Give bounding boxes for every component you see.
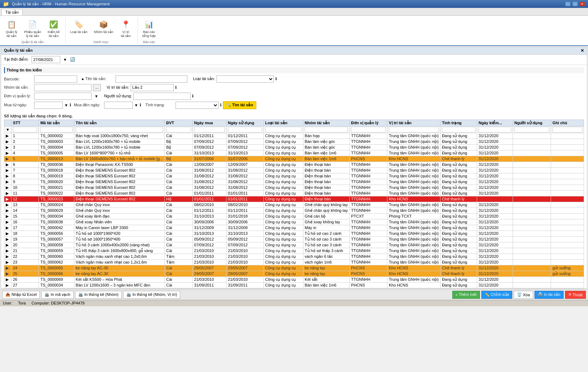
- table-row[interactable]: ▶21TS_0000059Tủ HS thấp 3 cánh 1600x800x…: [4, 248, 584, 254]
- filter-tinh-trang[interactable]: [440, 126, 477, 133]
- col-header-donvi[interactable]: Đơn vị quản lý: [349, 120, 387, 126]
- filter-ghi-chu[interactable]: [551, 126, 584, 133]
- mua-tu-cal[interactable]: ▼: [64, 103, 68, 107]
- cell-ten: Điện thoại SIEMENS Euroset 802: [74, 185, 164, 190]
- table-row[interactable]: ▶2TS_0000003Bàn LVL 1200x1600x780 + tủ m…: [4, 139, 584, 144]
- asset-ticket-btn[interactable]: 📄 Phiếu quảnlý tài sản: [22, 17, 44, 39]
- table-row[interactable]: ▶17TS_0000042Máy in Canon laser LBP 3300…: [4, 225, 584, 231]
- mua-den-input[interactable]: [104, 102, 133, 109]
- asset-location-btn[interactable]: 📍 Vị trítài sản: [117, 17, 135, 39]
- minimize-btn[interactable]: —: [565, 1, 571, 6]
- print-group-location-btn[interactable]: 🖨️ In thống kê (Nhóm, Vị trí): [123, 291, 180, 299]
- table-row[interactable]: ▶7TS_0000018Điện thoại SIEMENS Euroset 8…: [4, 167, 584, 173]
- date-input[interactable]: [32, 56, 60, 63]
- nhom-input[interactable]: [34, 84, 92, 91]
- print-asset-btn[interactable]: 🖨️ In tài sản: [535, 291, 564, 299]
- table-row[interactable]: ▶27TS_0000034Bàn LV 1200x1600 – 3 ngăn k…: [4, 282, 584, 288]
- edit-btn[interactable]: ✏️ Chỉnh sửa: [481, 291, 512, 299]
- table-row[interactable]: ▶22TS_0000060Vách ngăn màu xanh nhạt cao…: [4, 254, 584, 259]
- col-header-stt2[interactable]: STT: [11, 120, 39, 126]
- add-new-btn[interactable]: + Thêm mới: [452, 291, 480, 299]
- calendar-icon[interactable]: ▼: [63, 57, 67, 62]
- table-row[interactable]: ▶5TS_0000013Bàn LV 1600x800x760 + bàn nh…: [4, 156, 584, 162]
- close-btn[interactable]: ✕: [579, 1, 585, 6]
- search-btn[interactable]: 🔍 Tìm tài sản: [223, 101, 256, 109]
- table-row[interactable]: ▶20TS_0000058Tủ hồ 3 cánh 1000x400x2000 …: [4, 242, 584, 248]
- tinh-trang-select[interactable]: [176, 102, 219, 109]
- filter-stt[interactable]: [11, 126, 39, 133]
- filter-ten[interactable]: [74, 126, 164, 133]
- table-row[interactable]: ▶15TS_0000034Ghế xoay lãnh đạoCái31/10/2…: [4, 213, 584, 219]
- print-barcode-btn[interactable]: 🖨️ In mã vạch: [41, 291, 74, 299]
- print-group-btn[interactable]: 🖨️ In thống kê (Nhóm): [75, 291, 122, 299]
- loai-select[interactable]: [216, 75, 274, 83]
- maximize-btn[interactable]: □: [572, 1, 578, 6]
- asset-type-btn[interactable]: 🏷️ Loại tài sản: [68, 17, 90, 39]
- table-row[interactable]: ▶13TS_0000024Ghế chân Quý inoxCái08/02/2…: [4, 202, 584, 208]
- barcode-input[interactable]: [34, 75, 77, 83]
- filter-ma[interactable]: [39, 126, 74, 133]
- import-excel-btn[interactable]: 📥 Nhập từ Excel: [2, 291, 40, 299]
- table-row[interactable]: ▶24TS_0000065ke năng tay AC-30Cái29/05/2…: [4, 265, 584, 271]
- table-row[interactable]: ▶11TS_0000022Điện thoại SIEMENS Euroset …: [4, 190, 584, 196]
- col-header-ten[interactable]: Tên tài sản: [74, 120, 164, 126]
- filter-donvi[interactable]: [349, 126, 387, 133]
- table-row[interactable]: ▶1TS_0000002Bàn hợp oval 1000x1800x750, …: [4, 133, 584, 139]
- col-header-tinh-trang[interactable]: Tình trạng: [440, 120, 477, 126]
- report-btn[interactable]: 📊 Báo cáotổng hợp: [140, 17, 158, 39]
- cell-dvt: Bộ: [165, 139, 193, 144]
- table-row[interactable]: ▶6TS_0000036Điện thoại Panasonic KX-TS50…: [4, 162, 584, 167]
- col-header-ngay-mua[interactable]: Ngày mua: [192, 120, 226, 126]
- refresh-icon[interactable]: 🔄: [70, 57, 75, 62]
- col-header-ngay-sd[interactable]: Ngày sử dụng: [226, 120, 263, 126]
- nhom-dots-btn[interactable]: ...: [93, 84, 101, 91]
- filter-nhom[interactable]: [303, 126, 349, 133]
- inventory-btn[interactable]: ✅ Kiểm kêtài sản: [45, 17, 62, 39]
- col-header-nguoi[interactable]: Người sử dụng: [513, 120, 551, 126]
- vitri-input[interactable]: [131, 84, 174, 91]
- filter-ngay-sd[interactable]: [226, 126, 263, 133]
- manage-assets-btn[interactable]: 📋 Quản lýtài sản: [3, 17, 20, 39]
- close-section-btn[interactable]: ✕: [580, 48, 584, 53]
- table-row[interactable]: ▶16TS_0000038Ghế xoay Nhân viênCái30/09/…: [4, 219, 584, 225]
- filter-nguoi[interactable]: [513, 126, 551, 133]
- delete-btn[interactable]: 🗑️ Xóa: [514, 291, 533, 299]
- filter-loai[interactable]: [263, 126, 303, 133]
- table-row[interactable]: ▶19TS_0000057Tủ hồ sơ 1600*1950*400Cái05…: [4, 236, 584, 242]
- col-header-nhom[interactable]: Nhóm tài sản: [303, 120, 349, 126]
- filter-ngay-mua[interactable]: [192, 126, 226, 133]
- window-controls[interactable]: — □ ✕: [565, 1, 585, 6]
- col-header-ghi-chu[interactable]: Ghi chú: [551, 120, 584, 126]
- mua-tu-input[interactable]: [34, 102, 63, 109]
- col-header-stt[interactable]: [4, 120, 11, 126]
- filter-vitri[interactable]: [387, 126, 440, 133]
- col-header-ngay-kiem[interactable]: Ngày kiểm...: [477, 120, 513, 126]
- table-row[interactable]: ▶4TS_0000005Bàn LV 1600*800*760 + tủ nhỏ…: [4, 150, 584, 156]
- ten-input[interactable]: [116, 75, 187, 83]
- tab-tai-san[interactable]: Tài sản: [1, 9, 23, 15]
- table-row[interactable]: ▶9TS_0000020Điện thoại SIEMENS Euroset 8…: [4, 179, 584, 185]
- table-scroll[interactable]: STT Mã tài sản Tên tài sản ĐVT Ngày mua …: [4, 120, 584, 288]
- exit-btn[interactable]: ✕ Thoát: [565, 291, 586, 299]
- table-row[interactable]: ▶14TS_0000029Ghế chân Quý inoxCái01/12/2…: [4, 208, 584, 213]
- table-row[interactable]: ▶8TS_0000019Điện thoại SIEMENS Euroset 8…: [4, 173, 584, 179]
- asset-group-btn[interactable]: 📦 Nhóm tài sản: [92, 17, 116, 39]
- nguoi-input[interactable]: [133, 93, 191, 100]
- cell-nguoi: [513, 179, 551, 185]
- table-row[interactable]: ▶3TS_0000004Bàn LVL 1200x1600x780 + tủ m…: [4, 144, 584, 150]
- col-header-loai[interactable]: Loại tài sản: [263, 120, 303, 126]
- table-row[interactable]: ▶25TS_0000066ke năng tay AC-30Cái29/05/2…: [4, 271, 584, 276]
- col-header-vitri[interactable]: Vị trí tài sản: [387, 120, 440, 126]
- filter-dvt[interactable]: [165, 126, 193, 133]
- table-row[interactable]: ▶10TS_0000021Điện thoại SIEMENS Euroset …: [4, 185, 584, 190]
- mua-den-cal[interactable]: ▼: [134, 103, 138, 107]
- table-row[interactable]: ▶12TS_0000023Điện thoại SIEMENS Euroset …: [4, 196, 584, 202]
- cell-dvt: Cái: [165, 242, 193, 248]
- table-row[interactable]: ▶26TS_0000069Két sắt KS500 – Hòa PhátCái…: [4, 276, 584, 282]
- table-row[interactable]: ▶18TS_0000056Tủ hồ sơ 1000*1900*420Cái31…: [4, 231, 584, 236]
- col-header-dvt[interactable]: ĐVT: [165, 120, 193, 126]
- donvi-input[interactable]: [34, 93, 92, 100]
- filter-ngay-kiem[interactable]: [477, 126, 513, 133]
- col-header-ma[interactable]: Mã tài sản: [39, 120, 74, 126]
- table-row[interactable]: ▶23TS_0000062Vách ngăn màu xanh nhạt cao…: [4, 259, 584, 265]
